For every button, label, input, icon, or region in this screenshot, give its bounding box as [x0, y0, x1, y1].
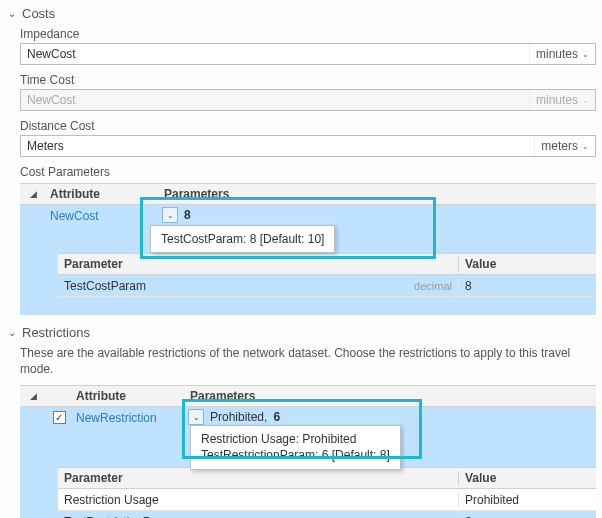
cost-param-summary[interactable]: ⌄ 8 [160, 207, 191, 223]
timecost-unit-text: minutes [536, 93, 578, 107]
table-row[interactable]: TestCostParam decimal 8 [58, 275, 596, 297]
impedance-unit-text: minutes [536, 47, 578, 61]
chevron-down-icon[interactable]: ⌄ [162, 207, 178, 223]
restriction-param-summary[interactable]: ⌄ Prohibited, 6 [186, 409, 280, 425]
col-attribute: Attribute [72, 389, 186, 403]
distancecost-unit-text: meters [541, 139, 578, 153]
impedance-label: Impedance [20, 27, 596, 41]
table-row[interactable]: Restriction Usage Prohibited [58, 489, 596, 511]
cost-row-selected[interactable]: NewCost ⌄ 8 TestCostParam: 8 [Default: 1… [20, 205, 596, 297]
distancecost-unit-dropdown[interactable]: meters ⌄ [534, 136, 595, 156]
restrictions-grid-header: ◢ Attribute Parameters [20, 385, 596, 407]
col-value: Value [458, 471, 596, 485]
param-value-cell[interactable]: Prohibited [458, 493, 596, 507]
timecost-field: Time Cost minutes ⌄ [20, 73, 596, 111]
param-name-cell: Restriction Usage [58, 493, 390, 507]
restriction-summary-bold: 6 [273, 410, 280, 424]
restrictions-description: These are the available restrictions of … [20, 346, 596, 377]
chevron-down-icon[interactable]: ⌄ [188, 409, 204, 425]
cost-grid-header: ◢ Attribute Parameters [20, 183, 596, 205]
restriction-tooltip-line2: TestRestrictionParam: 6 [Default: 8] [201, 447, 390, 463]
costs-title: Costs [22, 6, 55, 21]
param-value-cell[interactable]: 8 [458, 279, 596, 293]
restriction-row-selected[interactable]: ✓ NewRestriction ⌄ Prohibited, 6 Restric… [20, 407, 596, 518]
col-parameters: Parameters [186, 389, 596, 403]
cost-parameters-grid: ◢ Attribute Parameters NewCost ⌄ 8 TestC… [20, 183, 596, 297]
cost-summary-value: 8 [184, 208, 191, 222]
costs-header[interactable]: ⌄ Costs [6, 6, 596, 21]
cost-param-table: Parameter Value TestCostParam decimal 8 [58, 253, 596, 297]
col-parameter: Parameter [58, 257, 390, 271]
restriction-attribute-cell: NewRestriction [72, 407, 186, 425]
distancecost-field: Distance Cost meters ⌄ [20, 119, 596, 157]
chevron-down-icon: ⌄ [6, 8, 18, 19]
cost-tooltip-text: TestCostParam: 8 [Default: 10] [161, 232, 324, 246]
param-type-cell: decimal [390, 280, 458, 292]
cost-ptable-header: Parameter Value [58, 253, 596, 275]
col-attribute: Attribute [46, 187, 160, 201]
restrictions-section: ⌄ Restrictions These are the available r… [0, 325, 602, 518]
collapse-icon[interactable]: ◢ [30, 391, 37, 401]
timecost-label: Time Cost [20, 73, 596, 87]
costs-section: ⌄ Costs Impedance minutes ⌄ Time Cost mi… [0, 6, 602, 315]
cost-attribute-cell: NewCost [46, 205, 160, 223]
timecost-input [21, 90, 529, 110]
restriction-param-table: Parameter Value Restriction Usage Prohib… [58, 467, 596, 518]
impedance-input[interactable] [21, 44, 529, 64]
restriction-tooltip-line1: Restriction Usage: Prohibited [201, 431, 390, 447]
collapse-icon[interactable]: ◢ [30, 189, 37, 199]
cost-parameters-label: Cost Parameters [20, 165, 596, 179]
timecost-unit-dropdown: minutes ⌄ [529, 90, 595, 110]
distancecost-input[interactable] [21, 136, 534, 156]
timecost-combo: minutes ⌄ [20, 89, 596, 111]
restriction-summary-prefix: Prohibited, [210, 410, 267, 424]
col-parameter: Parameter [58, 471, 390, 485]
grid-selection-bar [20, 297, 596, 315]
distancecost-label: Distance Cost [20, 119, 596, 133]
restrictions-grid: ◢ Attribute Parameters ✓ NewRestriction … [20, 385, 596, 518]
col-value: Value [458, 257, 596, 271]
param-name-cell: TestCostParam [58, 279, 390, 293]
restrictions-title: Restrictions [22, 325, 90, 340]
chevron-down-icon: ⌄ [582, 142, 589, 151]
chevron-down-icon: ⌄ [582, 96, 589, 105]
impedance-unit-dropdown[interactable]: minutes ⌄ [529, 44, 595, 64]
restrictions-header[interactable]: ⌄ Restrictions [6, 325, 596, 340]
chevron-down-icon: ⌄ [582, 50, 589, 59]
impedance-field: Impedance minutes ⌄ [20, 27, 596, 65]
table-row[interactable]: TestRestrictionParam decimal 6 [58, 511, 596, 518]
restriction-checkbox[interactable]: ✓ [53, 411, 66, 424]
distancecost-combo[interactable]: meters ⌄ [20, 135, 596, 157]
chevron-down-icon: ⌄ [6, 327, 18, 338]
restriction-ptable-header: Parameter Value [58, 467, 596, 489]
restriction-tooltip: Restriction Usage: Prohibited TestRestri… [190, 425, 401, 469]
cost-tooltip: TestCostParam: 8 [Default: 10] [150, 225, 335, 253]
impedance-combo[interactable]: minutes ⌄ [20, 43, 596, 65]
col-parameters: Parameters [160, 187, 596, 201]
